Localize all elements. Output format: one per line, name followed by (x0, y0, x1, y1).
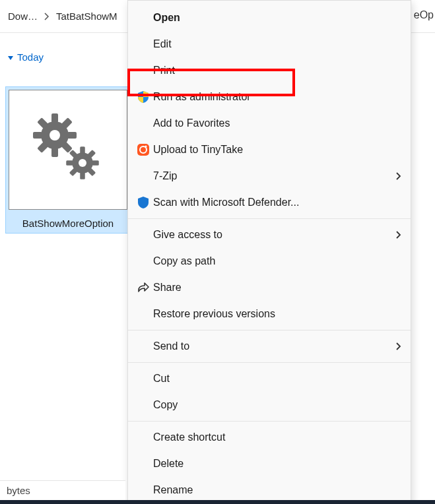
menu-item-share[interactable]: Share (128, 274, 411, 301)
menu-label: Print (153, 65, 401, 77)
shield-admin-icon (133, 89, 153, 105)
menu-label: Cut (153, 373, 401, 385)
svg-point-22 (145, 146, 147, 148)
chevron-right-icon (44, 13, 50, 20)
svg-point-19 (79, 159, 86, 167)
file-name: BatShowMoreOption (9, 212, 127, 230)
menu-label: Give access to (153, 229, 396, 241)
chevron-right-icon (396, 171, 401, 182)
menu-label: 7-Zip (153, 170, 396, 182)
status-bar: bytes (0, 480, 125, 500)
menu-item-open[interactable]: Open (128, 5, 411, 31)
chevron-right-icon (396, 230, 401, 241)
menu-item-copy[interactable]: Copy (128, 392, 411, 418)
menu-label: Create shortcut (153, 431, 401, 443)
svg-rect-14 (92, 160, 99, 166)
menu-label: Delete (153, 458, 401, 470)
svg-rect-13 (66, 160, 73, 166)
menu-item-cut[interactable]: Cut (128, 365, 411, 392)
menu-label: Upload to TinyTake (153, 144, 401, 156)
svg-rect-2 (51, 148, 58, 157)
menu-label: Rename (153, 484, 401, 496)
tinytake-icon (133, 142, 153, 158)
menu-separator (128, 218, 411, 219)
svg-rect-12 (80, 172, 85, 179)
menu-separator (128, 330, 411, 331)
menu-label: Copy (153, 399, 401, 411)
menu-label: Run as administrator (153, 91, 401, 103)
menu-item-run-as-admin[interactable]: Run as administrator (128, 84, 411, 110)
defender-shield-icon (133, 195, 153, 210)
status-text: bytes (7, 485, 30, 496)
menu-label: Restore previous versions (153, 308, 401, 320)
chevron-right-icon (396, 341, 401, 352)
menu-label: Share (153, 282, 401, 294)
breadcrumb-item[interactable]: Dow… (5, 8, 40, 24)
svg-rect-11 (80, 146, 85, 154)
gear-icon (28, 110, 108, 189)
file-item[interactable]: BatShowMoreOption (5, 86, 131, 234)
menu-item-delete[interactable]: Delete (128, 451, 411, 477)
menu-label: Copy as path (153, 255, 401, 267)
menu-label: Edit (153, 38, 401, 50)
group-header-today[interactable]: Today (8, 51, 44, 63)
menu-separator (128, 421, 411, 422)
menu-separator (128, 362, 411, 363)
svg-rect-20 (137, 144, 149, 156)
svg-rect-1 (51, 113, 58, 123)
context-menu: Open Edit Print Run as administrator Add… (127, 0, 411, 504)
menu-item-send-to[interactable]: Send to (128, 333, 411, 360)
menu-item-upload-tinytake[interactable]: Upload to TinyTake (128, 137, 411, 163)
file-thumbnail (9, 90, 127, 210)
svg-rect-3 (33, 132, 42, 139)
share-icon (133, 280, 153, 296)
menu-item-create-shortcut[interactable]: Create shortcut (128, 424, 411, 451)
menu-item-restore-versions[interactable]: Restore previous versions (128, 301, 411, 327)
menu-item-add-favorites[interactable]: Add to Favorites (128, 110, 411, 137)
menu-item-scan-defender[interactable]: Scan with Microsoft Defender... (128, 189, 411, 216)
menu-item-edit[interactable]: Edit (128, 31, 411, 57)
menu-label: Send to (153, 340, 396, 352)
taskbar-edge (0, 500, 435, 504)
menu-label: Scan with Microsoft Defender... (153, 197, 401, 208)
menu-item-rename[interactable]: Rename (128, 477, 411, 503)
truncated-text: eOp (414, 9, 434, 21)
menu-item-7zip[interactable]: 7-Zip (128, 163, 411, 189)
menu-item-give-access[interactable]: Give access to (128, 222, 411, 248)
menu-item-print[interactable]: Print (128, 57, 411, 84)
svg-rect-4 (67, 132, 77, 139)
breadcrumb-item[interactable]: TatBatShowM (53, 8, 120, 24)
svg-point-9 (50, 130, 60, 141)
menu-label: Open (153, 12, 401, 24)
menu-item-copy-path[interactable]: Copy as path (128, 248, 411, 274)
menu-label: Add to Favorites (153, 117, 401, 129)
